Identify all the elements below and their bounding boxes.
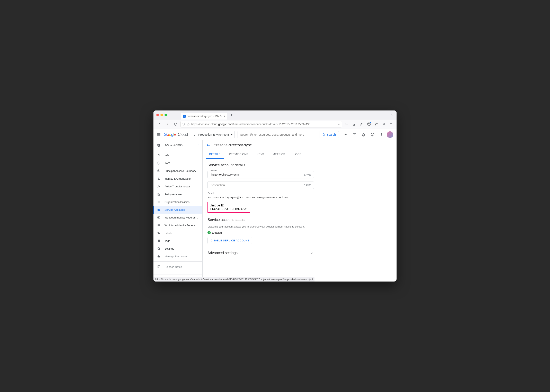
sidebar-item-principal-access-boundary[interactable]: Principal Access Boundary <box>153 167 202 175</box>
name-field: Name SAVE <box>208 171 314 178</box>
browser-toolbar: https://console.cloud.google.com/iam-adm… <box>153 119 397 129</box>
status-section: Service account status Disabling your ac… <box>208 218 392 244</box>
advanced-settings-row[interactable]: Advanced settings <box>208 251 314 255</box>
google-cloud-logo[interactable]: Google Cloud <box>164 132 188 137</box>
user-avatar[interactable] <box>387 131 393 138</box>
sidebar-item-workforce-identity[interactable]: Workforce Identity Federa… <box>153 221 202 229</box>
cloud-shell-icon[interactable] <box>351 131 358 139</box>
search-input[interactable] <box>238 131 319 138</box>
status-description: Disabling your account allows you to pre… <box>208 225 392 228</box>
sidebar-item-iam[interactable]: IAM <box>153 151 202 159</box>
notifications-icon[interactable] <box>360 131 368 139</box>
window-controls[interactable] <box>156 114 167 116</box>
gear-icon <box>157 247 161 250</box>
sidebar-item-tags[interactable]: Tags <box>153 237 202 245</box>
svg-point-23 <box>381 135 382 136</box>
name-save-button[interactable]: SAVE <box>304 173 311 176</box>
tabs-dropdown-icon[interactable] <box>391 113 394 116</box>
enabled-label: Enabled <box>212 231 222 234</box>
tab-details[interactable]: DETAILS <box>206 150 224 159</box>
chevron-down-icon <box>310 251 314 255</box>
menu-icon[interactable] <box>388 121 394 127</box>
reload-button[interactable] <box>172 121 179 127</box>
back-arrow-icon[interactable] <box>206 143 211 147</box>
sidebar-item-release-notes[interactable]: Release Notes <box>153 263 202 271</box>
shield-icon <box>157 161 161 165</box>
help-icon[interactable] <box>369 131 376 139</box>
back-button[interactable] <box>156 121 162 127</box>
new-tab-button[interactable]: + <box>229 112 235 118</box>
svg-point-13 <box>195 133 196 134</box>
devtools-icon[interactable] <box>358 121 365 127</box>
list-icon <box>157 200 161 203</box>
sidebar-header[interactable]: IAM & Admin <box>153 140 202 150</box>
main-tabs: DETAILS PERMISSIONS KEYS METRICS LOGS <box>202 150 397 159</box>
tag-icon <box>157 231 161 235</box>
description-input[interactable] <box>210 183 304 187</box>
unique-id-block: Unique ID 114231552311256974331 <box>208 202 250 213</box>
tab-permissions[interactable]: PERMISSIONS <box>226 150 251 159</box>
svg-point-28 <box>158 178 159 179</box>
details-heading: Service account details <box>208 163 392 167</box>
sidebar-item-labels[interactable]: Labels <box>153 229 202 237</box>
boundary-icon <box>157 169 161 173</box>
pin-icon[interactable] <box>196 144 199 147</box>
description-save-button[interactable]: SAVE <box>304 184 311 187</box>
sidebar-item-manage-resources[interactable]: Manage Resources <box>153 252 202 260</box>
gemini-icon[interactable]: ✦ <box>342 131 349 139</box>
service-account-icon <box>157 208 161 211</box>
pocket-icon[interactable] <box>344 121 350 127</box>
shield-icon <box>182 123 185 126</box>
iam-admin-icon <box>157 143 161 147</box>
svg-rect-10 <box>157 134 160 135</box>
svg-point-21 <box>381 133 382 133</box>
svg-rect-5 <box>375 124 376 125</box>
svg-point-22 <box>381 134 382 135</box>
tab-logs[interactable]: LOGS <box>290 150 305 159</box>
sidebar-item-organization-policies[interactable]: Organization Policies <box>153 198 202 206</box>
sidebar-item-policy-analyzer[interactable]: Policy Analyzer <box>153 190 202 198</box>
sidebar-item-settings[interactable]: Settings <box>153 245 202 252</box>
sidebar-item-identity-organization[interactable]: Identity & Organization <box>153 175 202 182</box>
svg-point-25 <box>158 154 159 155</box>
page-title: firezone-directory-sync <box>215 143 252 147</box>
sidebar-item-pam[interactable]: PAM <box>153 159 202 167</box>
svg-line-16 <box>324 135 325 136</box>
check-icon: ✓ <box>208 231 211 234</box>
close-window-icon[interactable] <box>156 114 159 116</box>
svg-rect-3 <box>375 123 376 124</box>
search-button[interactable]: Search <box>319 131 339 138</box>
extensions-icon[interactable] <box>373 121 379 127</box>
name-input[interactable] <box>210 173 304 176</box>
nav-menu-icon[interactable] <box>157 133 161 137</box>
account-icon[interactable] <box>366 121 372 127</box>
browser-tab[interactable]: G firezone-directory-sync – IAM & × <box>181 113 227 119</box>
briefcase-icon <box>157 255 161 258</box>
puzzle-icon[interactable] <box>381 121 387 127</box>
minimize-window-icon[interactable] <box>160 114 163 116</box>
svg-point-2 <box>369 123 369 124</box>
wrench-icon <box>157 185 161 188</box>
tab-keys[interactable]: KEYS <box>253 150 267 159</box>
bookmark-star-icon[interactable]: ☆ <box>338 123 340 126</box>
more-icon[interactable] <box>378 131 385 139</box>
sidebar-item-service-accounts[interactable]: Service Accounts <box>153 206 202 214</box>
tab-close-icon[interactable]: × <box>223 115 225 118</box>
sidebar-title: IAM & Admin <box>164 143 193 147</box>
address-bar[interactable]: https://console.cloud.google.com/iam-adm… <box>181 121 342 127</box>
tab-metrics[interactable]: METRICS <box>270 150 288 159</box>
forward-button[interactable] <box>164 121 171 127</box>
sidebar-item-workload-identity[interactable]: Workload Identity Federati… <box>153 214 202 221</box>
sidebar-item-policy-troubleshooter[interactable]: Policy Troubleshooter <box>153 182 202 190</box>
maximize-window-icon[interactable] <box>165 114 167 116</box>
browser-tool-icons <box>344 121 394 127</box>
project-picker[interactable]: Production Environment ▾ <box>191 131 235 138</box>
unique-id-value: 114231552311256974331 <box>210 207 248 211</box>
disable-service-account-button[interactable]: DISABLE SERVICE ACCOUNT <box>208 237 252 244</box>
download-icon[interactable] <box>351 121 357 127</box>
svg-rect-0 <box>187 124 189 125</box>
enabled-indicator: ✓ Enabled <box>208 231 392 234</box>
svg-point-37 <box>158 210 159 210</box>
svg-point-46 <box>158 232 158 233</box>
person-icon <box>157 177 161 180</box>
